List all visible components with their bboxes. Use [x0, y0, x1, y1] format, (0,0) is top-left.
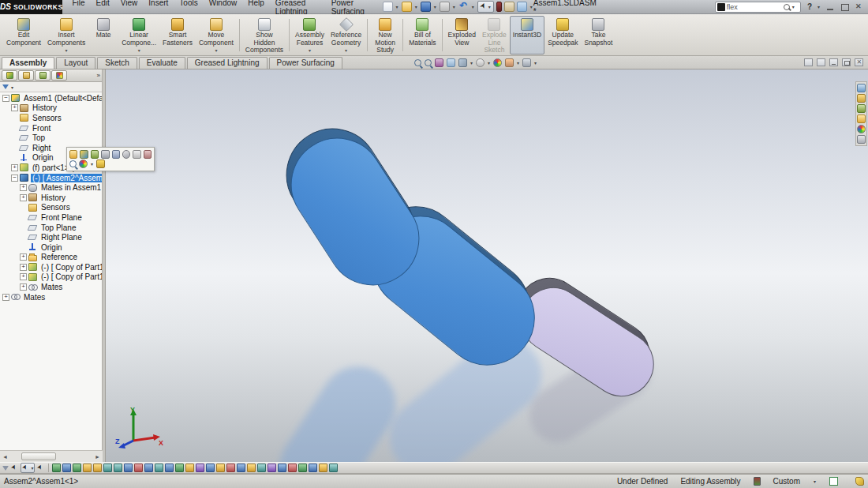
expand-icon[interactable]: [20, 283, 27, 291]
update-speedpak-button[interactable]: Update Speedpak: [544, 16, 581, 54]
image-icon[interactable]: [517, 2, 527, 12]
split-window-icon[interactable]: [817, 58, 825, 66]
help-dropdown-icon[interactable]: ▾: [817, 4, 820, 9]
menu-help[interactable]: Help: [248, 0, 264, 16]
tree-item-copy-part1-b[interactable]: (-) [ Copy of Part1^Assen: [0, 272, 102, 283]
filter-coordinate-systems-icon[interactable]: [134, 464, 143, 472]
open-icon[interactable]: [69, 150, 77, 159]
expand-icon[interactable]: [2, 294, 9, 301]
dropdown-icon[interactable]: ▾: [517, 60, 519, 66]
appearances-icon[interactable]: [493, 58, 502, 67]
status-configuration[interactable]: Custom: [773, 477, 800, 486]
filter-centerlines-icon[interactable]: [196, 464, 204, 472]
select-arrow-icon[interactable]: ▾: [21, 463, 35, 473]
menu-insert[interactable]: Insert: [148, 0, 168, 16]
expand-icon[interactable]: [20, 194, 27, 201]
tree-item-mates-in-assem1[interactable]: Mates in Assem1: [0, 182, 102, 193]
linear-component-pattern-button[interactable]: Linear Compone...▾: [118, 16, 159, 54]
close-icon[interactable]: [854, 3, 863, 11]
restore-icon[interactable]: [840, 3, 849, 11]
new-icon[interactable]: [383, 2, 393, 12]
rename-icon[interactable]: [133, 150, 140, 159]
view-palette-icon[interactable]: [857, 114, 866, 123]
filter-datums-icon[interactable]: [257, 464, 266, 472]
zoom-area-icon[interactable]: [425, 59, 432, 66]
tree-item-right-plane[interactable]: Right Plane: [0, 232, 102, 242]
expand-icon[interactable]: [20, 184, 27, 191]
display-manager-tab[interactable]: [51, 70, 67, 81]
scroll-right-icon[interactable]: ►: [92, 452, 103, 461]
move-component-button[interactable]: Move Component▾: [196, 16, 237, 54]
expand-icon[interactable]: [11, 164, 18, 171]
tab-layout[interactable]: Layout: [56, 57, 95, 69]
tab-evaluate[interactable]: Evaluate: [139, 57, 185, 69]
component-properties-icon[interactable]: [112, 150, 120, 159]
instant3d-button[interactable]: Instant3D: [510, 16, 544, 54]
filter-weld-beads-icon[interactable]: [319, 464, 327, 472]
options-box-icon[interactable]: [504, 2, 514, 12]
display-style-icon[interactable]: [458, 58, 467, 67]
open-icon[interactable]: [402, 2, 412, 12]
tree-item-top-plane[interactable]: Top Plane: [0, 223, 102, 233]
filter-dropdown-icon[interactable]: ▾: [11, 84, 13, 90]
tree-item-sensors2[interactable]: Sensors: [0, 203, 102, 213]
design-library-icon[interactable]: [857, 94, 866, 103]
expand-icon[interactable]: [11, 104, 18, 111]
search-input[interactable]: [727, 3, 782, 11]
menu-file[interactable]: File: [72, 0, 84, 16]
filter-sketch-segments-icon[interactable]: [155, 464, 163, 472]
tree-item-history[interactable]: History: [0, 103, 102, 114]
doc-minimize-icon[interactable]: [829, 58, 838, 66]
filter-sketch-points-icon[interactable]: [165, 464, 174, 472]
save-icon[interactable]: [421, 2, 431, 12]
scene-icon[interactable]: [505, 58, 514, 67]
file-explorer-icon[interactable]: [857, 104, 866, 113]
filter-connection-points-icon[interactable]: [298, 464, 307, 472]
status-sheet-icon[interactable]: [829, 477, 838, 486]
appearances-scenes-icon[interactable]: [857, 125, 866, 133]
save-dropdown-icon[interactable]: ▾: [434, 4, 436, 9]
suppress-icon[interactable]: [101, 150, 109, 159]
filter-curves-icon[interactable]: [144, 464, 153, 472]
undo-dropdown-icon[interactable]: ▾: [472, 4, 474, 9]
filter-solids-icon[interactable]: [93, 464, 102, 472]
tab-greased-lightning[interactable]: Greased Lightning: [187, 57, 268, 69]
assembly-features-button[interactable]: Assembly Features▾: [292, 16, 327, 54]
scrollbar-thumb[interactable]: [21, 452, 56, 460]
filter-weld-symbols-icon[interactable]: [247, 464, 256, 472]
section-view-icon[interactable]: [435, 58, 443, 67]
menu-power-surfacing[interactable]: Power Surfacing: [331, 0, 372, 16]
open-dropdown-icon[interactable]: ▾: [415, 4, 417, 9]
tree-item-copy-part1-a[interactable]: (-) [ Copy of Part1^Assen: [0, 262, 102, 272]
filter-axes-icon[interactable]: [103, 464, 112, 472]
clear-filters-icon[interactable]: [2, 466, 9, 471]
tree-item-mates-sub[interactable]: Mates: [0, 282, 102, 292]
new-window-icon[interactable]: [804, 58, 813, 66]
edit-assembly-icon[interactable]: [80, 150, 88, 159]
rebuild-icon[interactable]: [496, 2, 502, 12]
filter-vertices-icon[interactable]: [52, 464, 61, 472]
filter-extra-icon[interactable]: [329, 464, 338, 472]
select-icon[interactable]: ▾: [477, 1, 494, 13]
insert-components-button[interactable]: Insert Components▾: [44, 16, 88, 54]
magnifier-icon[interactable]: [69, 160, 77, 167]
expand-icon[interactable]: [20, 253, 27, 261]
tree-item-assem2-selected[interactable]: (-) [ Assem2^Assem1 ]<1>: [0, 173, 102, 183]
view-orientation-icon[interactable]: [447, 58, 455, 67]
appearance-wheel-icon[interactable]: [79, 160, 88, 168]
collapse-icon[interactable]: [2, 95, 9, 102]
tree-item-assem1[interactable]: Assem1 (Default<Default_Disp: [0, 93, 102, 103]
tree-item-front[interactable]: Front: [0, 123, 102, 133]
resources-icon[interactable]: [857, 84, 866, 92]
filter-dimensions-icon[interactable]: [206, 464, 215, 472]
image-dropdown-icon[interactable]: ▾: [530, 4, 533, 9]
filter-annotations-icon[interactable]: [216, 464, 225, 472]
tree-item-history2[interactable]: History: [0, 193, 102, 203]
doc-close-icon[interactable]: [855, 58, 863, 66]
scroll-left-icon[interactable]: ◄: [0, 452, 10, 461]
hide-show-items-icon[interactable]: [476, 58, 485, 67]
tab-assembly[interactable]: Assembly: [2, 57, 54, 69]
tree-item-reference[interactable]: Reference: [0, 253, 102, 263]
smart-fasteners-button[interactable]: Smart Fasteners: [159, 16, 196, 54]
filter-mate-references-icon[interactable]: [309, 464, 317, 472]
